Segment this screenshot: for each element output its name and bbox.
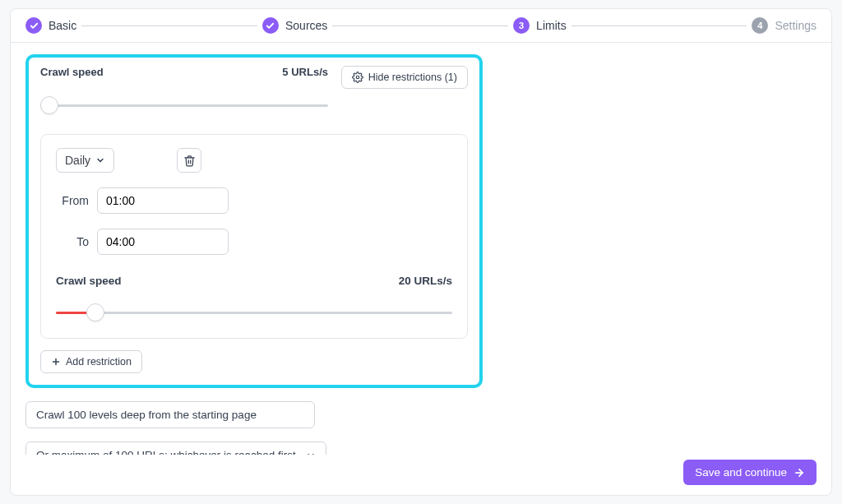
save-continue-button[interactable]: Save and continue [683,460,817,485]
max-urls-select[interactable]: Or maximum of 100 URLs; whichever is rea… [25,442,326,455]
gear-icon [352,72,363,83]
delete-restriction-button[interactable] [177,148,201,173]
crawl-depth-input[interactable]: Crawl 100 levels deep from the starting … [25,401,315,428]
wizard-stepper: Basic Sources 3 Limits 4 Settings [11,9,831,43]
step-number-badge: 4 [752,17,768,34]
hide-restrictions-button[interactable]: Hide restrictions (1) [341,66,468,89]
to-time-input[interactable] [97,229,229,255]
step-label: Limits [536,19,567,32]
step-label: Basic [49,19,76,32]
step-settings[interactable]: 4 Settings [752,17,817,34]
slider-thumb[interactable] [86,303,104,321]
plus-icon [51,357,61,367]
step-label: Sources [285,19,327,32]
restriction-speed-label: Crawl speed [56,275,122,287]
slider-thumb[interactable] [40,96,58,114]
to-label: To [56,235,89,248]
check-icon [25,17,42,34]
step-limits[interactable]: 3 Limits [513,17,567,34]
step-separator [332,25,508,26]
check-icon [262,17,279,34]
slider-track [40,104,328,107]
crawl-speed-slider[interactable] [40,93,328,116]
step-label: Settings [775,19,817,32]
from-label: From [56,194,89,207]
step-separator [571,25,747,26]
chevron-down-icon [95,155,105,165]
step-basic[interactable]: Basic [25,17,76,34]
footer: Save and continue [11,455,831,495]
save-continue-label: Save and continue [695,466,787,479]
frequency-value: Daily [65,154,90,167]
add-restriction-button[interactable]: Add restriction [40,350,142,373]
add-restriction-label: Add restriction [66,356,132,368]
step-sources[interactable]: Sources [262,17,327,34]
frequency-select[interactable]: Daily [56,148,114,173]
restriction-speed-value: 20 URLs/s [399,275,452,287]
step-number-badge: 3 [513,17,530,34]
max-urls-text: Or maximum of 100 URLs; whichever is rea… [36,449,296,455]
restriction-card: Daily From [40,134,468,339]
step-separator [81,25,257,26]
crawl-speed-label: Crawl speed [40,66,104,78]
hide-restrictions-label: Hide restrictions (1) [368,72,457,83]
svg-point-0 [356,76,359,79]
arrow-right-icon [793,467,805,479]
trash-icon [183,155,196,167]
crawl-speed-value: 5 URLs/s [282,66,328,78]
restriction-speed-slider[interactable] [56,300,452,323]
slider-track [56,312,452,314]
crawl-speed-section: Crawl speed 5 URLs/s Hide restrictions (… [25,54,483,388]
crawl-depth-text: Crawl 100 levels deep from the starting … [36,409,257,421]
from-time-input[interactable] [97,187,229,214]
